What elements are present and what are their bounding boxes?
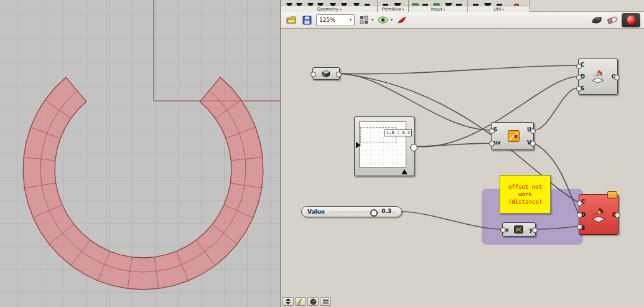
tab-bar-empty: [530, 0, 644, 12]
input-pin-C[interactable]: [576, 64, 582, 69]
viewport-drawing: [0, 0, 281, 307]
tab-label-text: Util: [493, 7, 501, 12]
gh-canvas[interactable]: 1.0 : 0.5 S uv: [281, 29, 644, 307]
wire: [534, 88, 578, 130]
canvas-widget-toolbar: [282, 297, 331, 306]
sketch-tool-button[interactable]: [590, 14, 603, 26]
chevron-down-icon: ▾: [444, 7, 446, 12]
evaluate-surface-node[interactable]: S uv U V: [491, 122, 534, 150]
tab-group-input[interactable]: Input ▾: [409, 0, 468, 12]
gauge-widget-button[interactable]: [307, 297, 319, 306]
offset-surface-geometry[interactable]: [23, 77, 263, 290]
tab-label-text: Input: [431, 7, 442, 12]
open-file-button[interactable]: [285, 14, 297, 26]
output-pin-C[interactable]: [614, 75, 620, 80]
floppy-save-icon: [302, 16, 312, 25]
output-pin-U[interactable]: [530, 128, 536, 134]
offset-surface-error-node[interactable]: C D S C: [579, 194, 618, 235]
eraser-icon: [607, 16, 618, 24]
widget-button[interactable]: [320, 297, 331, 306]
grasshopper-window: Geometry ▾ Primitive ▾: [281, 0, 644, 307]
node-icon-area: [587, 59, 610, 94]
input-pin-uv[interactable]: [489, 141, 495, 146]
input-pin-S[interactable]: [576, 86, 582, 92]
output-pin-C[interactable]: [615, 212, 620, 218]
md-slider-output-grip[interactable]: [410, 144, 418, 151]
param-output-pin[interactable]: [336, 72, 342, 77]
input-pin-x[interactable]: [500, 227, 506, 233]
geometry-param-node[interactable]: [312, 67, 340, 80]
tab-label-text: Primitive: [382, 7, 401, 12]
zoom-select[interactable]: 125% ▾: [316, 14, 355, 26]
canvas-toolbar: 125% ▾ ▾ ▾: [281, 12, 644, 29]
tab-label-text: Geometry: [317, 7, 338, 12]
sketch-broom-button[interactable]: [295, 297, 306, 306]
chevron-down-icon: ▾: [502, 7, 504, 12]
zoom-value: 125%: [319, 17, 335, 23]
md-slider-node[interactable]: 1.0 : 0.5: [354, 116, 414, 176]
slider-grip[interactable]: [370, 209, 378, 217]
output-pin-V[interactable]: [530, 141, 536, 146]
input-pin-C[interactable]: [577, 201, 582, 206]
note-line: (distance): [508, 198, 542, 205]
wire: [340, 65, 578, 74]
param-input-pin[interactable]: [310, 72, 316, 77]
chevron-down-icon: ▾: [340, 7, 342, 12]
chevron-down-icon: ▾: [349, 17, 352, 22]
input-pin-D[interactable]: [577, 212, 582, 218]
wire: [402, 212, 502, 229]
tab-group-util[interactable]: Util ▾: [468, 0, 530, 12]
tab-label-util[interactable]: Util ▾: [468, 6, 530, 12]
stack-icon: [322, 298, 329, 305]
wire: [414, 143, 491, 146]
offset-icon-error: [590, 207, 607, 223]
navigate-grid-icon: [360, 16, 368, 24]
chevron-down-icon: ▾: [403, 7, 404, 12]
note-panel[interactable]: offset not work (distance): [500, 175, 551, 214]
slider-name: Value: [302, 209, 329, 215]
node-icon-area: [503, 123, 526, 149]
rhino-viewport[interactable]: [0, 0, 281, 307]
slider-value: 0.3: [381, 208, 391, 214]
input-pin-S[interactable]: [489, 128, 495, 134]
md-slider-readout: 1.0 : 0.5: [385, 130, 412, 136]
solver-panel: [622, 13, 640, 27]
component-tab-bar: Geometry ▾ Primitive ▾: [281, 0, 644, 12]
paint-brush-button[interactable]: [396, 14, 408, 26]
tab-group-primitive[interactable]: Primitive ▾: [378, 0, 409, 12]
value-slider[interactable]: Value 0.3: [301, 206, 402, 217]
evaluate-surface-icon: [508, 130, 520, 142]
offset-icon: [590, 69, 605, 84]
geometry-cube-icon: [321, 70, 331, 78]
slider-track[interactable]: 0.3: [329, 207, 401, 217]
chevron-down-icon[interactable]: ▾: [391, 17, 393, 22]
triangle-up-icon[interactable]: [401, 169, 408, 174]
tab-label-primitive[interactable]: Primitive ▾: [378, 6, 408, 12]
red-brush-icon: [397, 16, 407, 24]
node-icon-area: [587, 195, 610, 234]
gauge-icon: [310, 298, 317, 305]
tab-label-input[interactable]: Input ▾: [409, 6, 467, 12]
input-pin-S[interactable]: [577, 224, 582, 230]
output-pin-y[interactable]: [532, 227, 538, 233]
tab-group-geometry[interactable]: Geometry ▾: [281, 0, 378, 12]
triangle-right-icon[interactable]: [356, 142, 361, 148]
eraser-button[interactable]: [606, 14, 618, 26]
panel-toggle-button[interactable]: [282, 297, 294, 306]
offset-surface-node[interactable]: C D S C: [578, 59, 618, 95]
sketch-tool-icon: [591, 16, 602, 24]
note-line: offset not work: [500, 183, 550, 198]
input-pin-D[interactable]: [576, 75, 582, 80]
xy-icon: [514, 225, 523, 234]
save-file-button[interactable]: [301, 14, 313, 26]
tab-label-geometry[interactable]: Geometry ▾: [281, 6, 377, 12]
navigate-canvas-button[interactable]: [358, 14, 370, 26]
xy-component-node[interactable]: x y: [502, 222, 536, 237]
node-icon-area: [511, 225, 526, 234]
folder-open-icon: [286, 16, 297, 24]
wire: [536, 226, 579, 229]
solver-red-ball-button[interactable]: [627, 16, 636, 25]
chevron-down-icon[interactable]: ▾: [371, 17, 374, 22]
preview-eye-button[interactable]: [377, 14, 390, 26]
error-balloon-icon[interactable]: [607, 191, 617, 199]
